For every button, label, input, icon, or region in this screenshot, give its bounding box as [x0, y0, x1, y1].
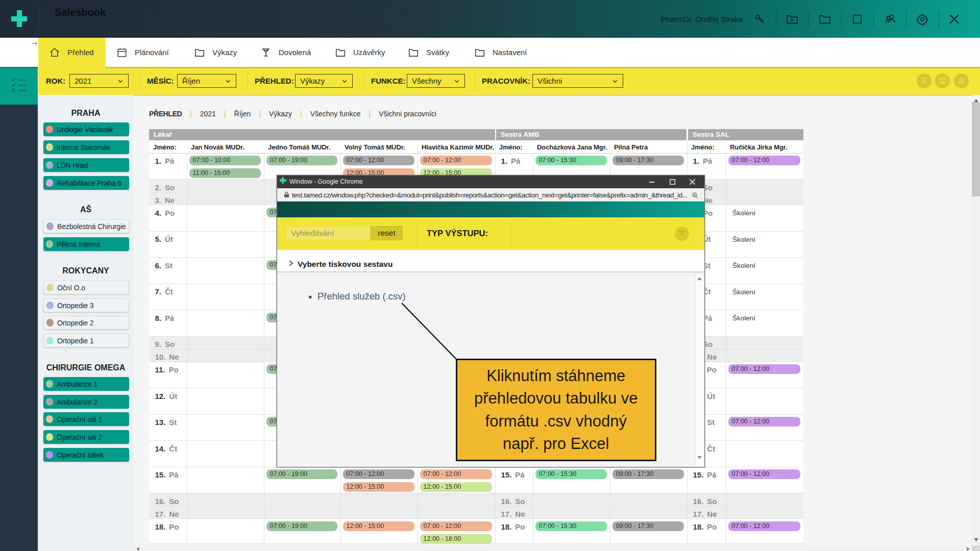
- svg-text:N: N: [791, 18, 794, 22]
